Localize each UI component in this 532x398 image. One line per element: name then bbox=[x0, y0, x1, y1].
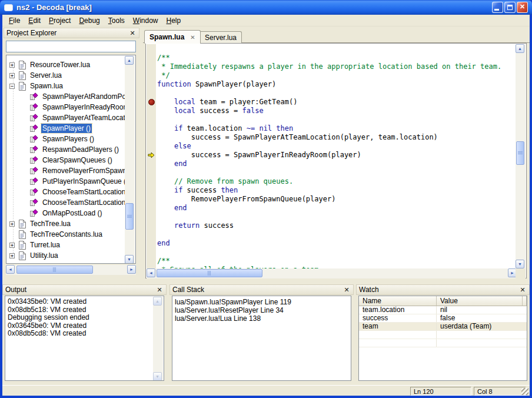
tab-spawn-lua[interactable]: Spawn.lua✕ bbox=[144, 30, 201, 44]
vertical-splitter[interactable] bbox=[139, 28, 143, 278]
scrollbar-thumb[interactable] bbox=[157, 269, 262, 277]
code-line bbox=[157, 213, 517, 221]
scroll-up-icon[interactable]: ▲ bbox=[125, 56, 134, 65]
output-content[interactable]: 0x03435be0: VM created0x08db5c18: VM cre… bbox=[5, 296, 164, 381]
menu-window[interactable]: Window bbox=[129, 15, 162, 26]
breakpoint-icon[interactable] bbox=[148, 99, 155, 105]
output-line: Debugging session ended bbox=[8, 314, 164, 322]
project-filter-input[interactable] bbox=[6, 41, 136, 52]
watch-empty-row[interactable] bbox=[359, 331, 527, 339]
maximize-button[interactable] bbox=[504, 2, 516, 13]
resize-grip-icon[interactable] bbox=[521, 388, 528, 395]
close-icon[interactable]: ✕ bbox=[128, 29, 137, 37]
tree-vertical-scrollbar[interactable]: ▲ ▼ bbox=[125, 56, 135, 264]
close-icon[interactable]: ✕ bbox=[343, 286, 351, 294]
tree-item[interactable]: RespawnDeadPlayers () bbox=[7, 144, 125, 155]
code-editor[interactable]: /** * Immediately respawns a player in t… bbox=[145, 43, 527, 278]
menu-debug[interactable]: Debug bbox=[75, 15, 104, 26]
watch-name bbox=[359, 339, 437, 347]
editor-gutter[interactable] bbox=[147, 44, 156, 268]
title-bar: ns2 - Decoda [break] ✕ bbox=[0, 0, 532, 15]
collapse-icon[interactable]: − bbox=[9, 84, 15, 89]
watch-row[interactable]: teamuserdata (Team) bbox=[359, 323, 527, 331]
tree-item[interactable]: −Spawn.lua bbox=[7, 81, 125, 91]
scroll-right-icon[interactable]: ► bbox=[127, 265, 136, 274]
expand-icon[interactable]: + bbox=[9, 253, 15, 258]
scrollbar-thumb[interactable] bbox=[16, 266, 93, 274]
window-body: FileEditProjectDebugToolsWindowHelp Proj… bbox=[2, 15, 530, 396]
watch-row[interactable]: team.locationnil bbox=[359, 306, 527, 314]
menu-help[interactable]: Help bbox=[162, 15, 185, 26]
code-line: end bbox=[157, 204, 517, 213]
close-icon[interactable]: ✕ bbox=[155, 286, 164, 294]
watch-name: team.location bbox=[359, 306, 437, 314]
tree-horizontal-scrollbar[interactable]: ◄ ► bbox=[6, 265, 136, 275]
close-icon[interactable]: ✕ bbox=[190, 34, 195, 41]
menu-file[interactable]: File bbox=[5, 15, 24, 26]
watch-header: Watch ✕ bbox=[356, 284, 530, 295]
watch-content[interactable]: Name Value team.locationnilsuccessfalset… bbox=[358, 296, 527, 381]
tree-item[interactable]: OnMapPostLoad () bbox=[7, 208, 125, 218]
tree-item[interactable]: SpawnPlayers () bbox=[7, 134, 125, 144]
tree-item[interactable]: +TechTree.lua bbox=[7, 218, 125, 229]
expand-icon[interactable]: + bbox=[9, 73, 15, 78]
tree-item[interactable]: ChooseTeamStartLocations bbox=[7, 197, 125, 208]
tab-server-lua[interactable]: Server.lua bbox=[200, 31, 242, 43]
scroll-up-icon[interactable]: ▲ bbox=[153, 297, 162, 306]
file-icon bbox=[18, 71, 26, 80]
scroll-left-icon[interactable]: ◄ bbox=[6, 265, 15, 274]
expand-icon[interactable]: + bbox=[9, 221, 15, 227]
tree-item[interactable]: PutPlayerInSpawnQueue () bbox=[7, 176, 125, 187]
tree-item[interactable]: TechTreeConstants.lua bbox=[7, 229, 125, 240]
scroll-down-icon[interactable]: ▼ bbox=[153, 372, 162, 381]
tree-item[interactable]: +Turret.lua bbox=[7, 240, 125, 250]
tree-item[interactable]: SpawnPlayerAtTeamLocatio bbox=[7, 112, 125, 123]
code-line: local team = player:GetTeam() bbox=[157, 98, 517, 107]
output-vertical-scrollbar[interactable]: ▲ ▼ bbox=[153, 297, 163, 381]
watch-column-value[interactable]: Value bbox=[437, 296, 523, 306]
menu-project[interactable]: Project bbox=[45, 15, 75, 26]
scroll-down-icon[interactable]: ▼ bbox=[516, 260, 524, 268]
close-button[interactable]: ✕ bbox=[517, 2, 528, 13]
call-stack-content[interactable]: lua/Spawn.lua!SpawnPlayer Line 119lua/Se… bbox=[172, 296, 351, 381]
minimize-button[interactable] bbox=[492, 2, 503, 13]
tree-item-label: SpawnPlayer () bbox=[41, 124, 92, 133]
menu-bar: FileEditProjectDebugToolsWindowHelp bbox=[2, 15, 530, 26]
editor-horizontal-scrollbar[interactable]: ◄ ► bbox=[147, 268, 517, 278]
tree-item[interactable]: RemovePlayerFromSpawnQ bbox=[7, 165, 125, 176]
menu-tools[interactable]: Tools bbox=[104, 15, 129, 26]
tree-item[interactable]: SpawnPlayer () bbox=[7, 123, 125, 134]
watch-column-name[interactable]: Name bbox=[359, 296, 437, 306]
scroll-up-icon[interactable]: ▲ bbox=[516, 44, 524, 53]
call-stack-frame[interactable]: lua/Spawn.lua!SpawnPlayer Line 119 bbox=[175, 298, 351, 306]
watch-row[interactable]: successfalse bbox=[359, 314, 527, 323]
scroll-down-icon[interactable]: ▼ bbox=[125, 255, 134, 264]
expand-icon[interactable]: + bbox=[9, 62, 15, 68]
tree-item-label: Server.lua bbox=[29, 71, 63, 80]
horizontal-splitter[interactable] bbox=[2, 278, 530, 284]
tree-item-label: ChooseTeamStartLocations bbox=[41, 198, 125, 207]
tree-item[interactable]: ChooseTeamStartLocation ( bbox=[7, 187, 125, 197]
tree-item-label: ChooseTeamStartLocation ( bbox=[41, 187, 125, 197]
expand-icon[interactable]: + bbox=[9, 243, 15, 248]
menu-edit[interactable]: Edit bbox=[24, 15, 45, 26]
tree-item[interactable]: +Server.lua bbox=[7, 70, 125, 81]
tree-item[interactable]: +ResourceTower.lua bbox=[7, 59, 125, 70]
scrollbar-thumb[interactable] bbox=[516, 141, 524, 165]
watch-empty-row[interactable] bbox=[359, 339, 527, 347]
project-tree[interactable]: +ResourceTower.lua+Server.lua−Spawn.luaS… bbox=[6, 55, 136, 264]
tree-item[interactable]: SpawnPlayerAtRandomPoin bbox=[7, 91, 125, 102]
editor-vertical-scrollbar[interactable]: ▲ ▼ bbox=[516, 44, 526, 268]
code-line: /** bbox=[157, 257, 517, 266]
code-lines[interactable]: /** * Immediately respawns a player in t… bbox=[156, 44, 517, 268]
call-stack-frame[interactable]: lua/Server.lua!ResetPlayer Line 34 bbox=[175, 306, 351, 314]
close-icon[interactable]: ✕ bbox=[518, 286, 527, 294]
scroll-left-icon[interactable]: ◄ bbox=[147, 268, 155, 277]
close-icon: ✕ bbox=[517, 3, 527, 11]
tree-item[interactable]: +Utility.lua bbox=[7, 250, 125, 261]
tree-item[interactable]: SpawnPlayerInReadyRoom bbox=[7, 102, 125, 112]
tree-item[interactable]: ClearSpawnQueues () bbox=[7, 155, 125, 165]
scrollbar-thumb[interactable] bbox=[125, 203, 134, 230]
call-stack-frame[interactable]: lua/Server.lua!Lua Line 138 bbox=[175, 314, 351, 323]
status-column-number: Col 8 bbox=[474, 387, 526, 396]
